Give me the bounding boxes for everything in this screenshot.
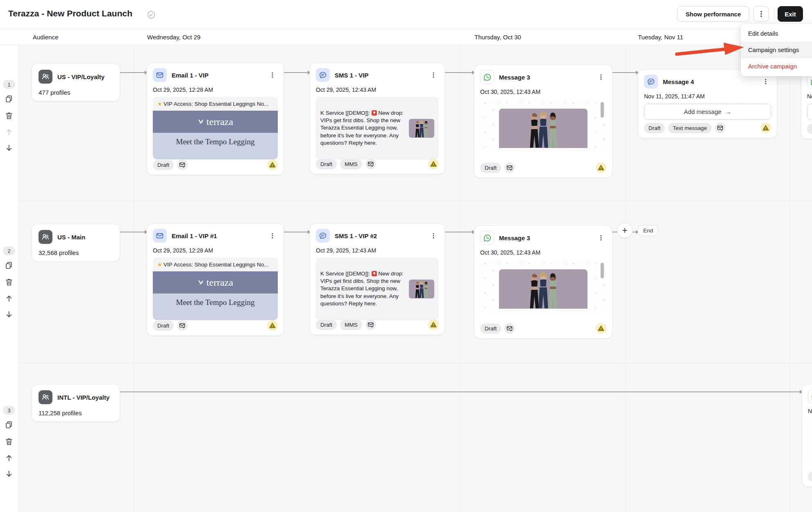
message-kebab-menu-button[interactable] (596, 72, 606, 82)
move-row-up-icon[interactable] (5, 454, 13, 462)
message-card-email-1-vip[interactable]: Email 1 - VIP Oct 29, 2025, 12:28 AM ★VI… (147, 63, 284, 175)
message-card-sms-1-vip-2[interactable]: SMS 1 - VIP #2 Oct 29, 2025, 12:43 AM K … (310, 223, 445, 335)
message-card-partial[interactable]: No D (801, 69, 812, 139)
message-kebab-menu-button[interactable] (760, 76, 771, 87)
glowing-star-emoji: ★ (157, 262, 162, 268)
audience-profile-count: 112,258 profiles (32, 404, 120, 416)
page-title: Terazza - New Product Launch (8, 9, 132, 18)
menu-item-campaign-settings[interactable]: Campaign settings (741, 42, 812, 58)
column-header-audience: Audience (33, 30, 59, 45)
message-card-message-4[interactable]: Message 4 Nov 11, 2025, 11:47 AM Add mes… (638, 69, 777, 138)
preview-scrollbar[interactable] (601, 263, 604, 278)
duplicate-row-icon[interactable] (5, 421, 13, 429)
row-number-badge: 3 (3, 406, 15, 415)
mms-image-thumbnail (409, 119, 434, 138)
message-card-message-3[interactable]: Message 3 Oct 30, 2025, 12:43 AM Draft (474, 65, 612, 178)
warning-icon (760, 123, 771, 133)
whatsapp-icon (480, 231, 494, 245)
envelope-check-icon (365, 159, 376, 169)
message-kebab-menu-button[interactable] (428, 230, 439, 241)
show-performance-button[interactable]: Show performance (677, 6, 749, 22)
send-datetime: No (802, 403, 812, 414)
column-divider (790, 29, 790, 512)
row-divider (18, 200, 812, 201)
audience-name: US - VIP/Loyalty (57, 73, 104, 80)
envelope-check-icon (715, 123, 726, 133)
sms-preview: K Service [[DEMO]]: New drop: VIPs get f… (316, 257, 439, 320)
envelope-check-icon (177, 159, 188, 170)
audience-card-us-vip-loyalty[interactable]: US - VIP/Loyalty 477 profiles (32, 64, 120, 101)
duplicate-row-icon[interactable] (5, 261, 13, 269)
whatsapp-icon (807, 75, 812, 89)
flow-connector (612, 72, 638, 73)
email-preview: ★VIP Access: Shop Essential Leggings No.… (153, 97, 278, 159)
duplicate-row-icon[interactable] (5, 95, 13, 103)
flow-connector (120, 391, 802, 392)
delete-row-icon[interactable] (5, 278, 13, 286)
status-badge-draft: D (807, 124, 812, 134)
message-kebab-menu-button[interactable] (267, 70, 278, 80)
whatsapp-icon (808, 389, 812, 403)
message-title: Message 4 (663, 78, 694, 85)
send-datetime: Oct 29, 2025, 12:28 AM (147, 243, 284, 254)
audience-icon (39, 390, 52, 404)
mms-image-thumbnail (409, 280, 434, 298)
audience-profile-count: 477 profiles (32, 84, 120, 96)
warning-icon (267, 320, 278, 331)
status-badge-text-message: Text message (668, 123, 711, 133)
envelope-check-icon (177, 320, 188, 331)
message-card-partial[interactable]: No D (802, 384, 812, 487)
email-preview: ★VIP Access: Shop Essential Leggings No.… (153, 257, 278, 320)
envelope-check-icon (504, 323, 515, 334)
move-row-down-icon[interactable] (5, 144, 13, 152)
message-title: SMS 1 - VIP #2 (335, 232, 377, 239)
warning-icon (428, 159, 439, 169)
menu-item-archive-campaign[interactable]: Archive campaign (741, 58, 812, 75)
audience-icon (39, 70, 52, 84)
move-row-down-icon[interactable] (5, 470, 13, 478)
brand-name: terraza (206, 277, 233, 288)
move-row-up-icon[interactable] (5, 128, 13, 136)
whatsapp-image-bubble (497, 106, 590, 148)
column-header-row: Audience Wednesday, Oct 29 Thursday, Oct… (0, 29, 812, 45)
move-row-down-icon[interactable] (5, 310, 13, 319)
email-headline: Meet the Tempo Legging (153, 294, 278, 320)
add-message-button[interactable] (807, 104, 812, 120)
message-title: Email 1 - VIP (172, 72, 209, 79)
add-step-button[interactable]: + (617, 223, 633, 238)
topbar-separator (774, 7, 774, 20)
send-datetime: Nov 11, 2025, 11:47 AM (638, 89, 777, 100)
message-title: Message 3 (499, 74, 530, 81)
menu-item-edit-details[interactable]: Edit details (741, 25, 812, 42)
message-kebab-menu-button[interactable] (596, 232, 606, 243)
campaign-kebab-menu-button[interactable] (753, 6, 769, 22)
sms-icon (316, 68, 330, 82)
status-badge-mms: MMS (340, 159, 362, 169)
message-title: Message 3 (499, 234, 530, 241)
email-icon (153, 68, 167, 82)
send-datetime: No (801, 89, 812, 100)
envelope-check-icon (365, 319, 376, 330)
audience-card-intl-vip-loyalty[interactable]: INTL - VIP/Loyalty 112,258 profiles (32, 384, 120, 422)
add-message-button[interactable]: Add message→ (644, 104, 771, 120)
message-card-sms-1-vip[interactable]: SMS 1 - VIP Oct 29, 2025, 12:43 AM K Ser… (310, 63, 445, 174)
audience-card-us-main[interactable]: US - Main 32,568 profiles (32, 224, 120, 262)
message-card-email-1-vip-1[interactable]: Email 1 - VIP #1 Oct 29, 2025, 12:28 AM … (147, 223, 284, 336)
move-row-up-icon[interactable] (5, 294, 13, 303)
status-badge-draft: Draft (316, 159, 337, 169)
exit-button[interactable]: Exit (778, 6, 803, 22)
send-datetime: Oct 29, 2025, 12:43 AM (310, 82, 445, 93)
message-card-message-3[interactable]: Message 3 Oct 30, 2025, 12:43 AM Draft (474, 225, 612, 339)
message-kebab-menu-button[interactable] (428, 70, 439, 80)
delete-row-icon[interactable] (5, 437, 13, 446)
delete-row-icon[interactable] (5, 112, 13, 120)
flow-connector (633, 232, 638, 232)
campaign-options-menu: Edit details Campaign settings Archive c… (741, 24, 812, 76)
preview-scrollbar[interactable] (601, 102, 604, 118)
send-datetime: Oct 30, 2025, 12:43 AM (474, 245, 612, 256)
message-kebab-menu-button[interactable] (267, 230, 278, 241)
whatsapp-preview (480, 259, 606, 313)
flow-connector (445, 232, 474, 232)
column-divider (133, 29, 134, 512)
arrow-right-icon: → (725, 108, 731, 115)
